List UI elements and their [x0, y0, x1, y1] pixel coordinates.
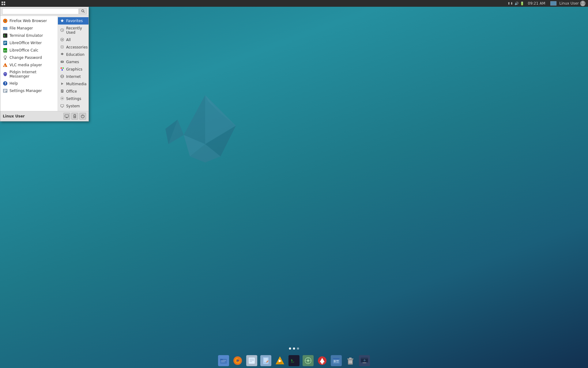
- dock-item-vlc[interactable]: [273, 354, 287, 367]
- dock-item-xed[interactable]: [259, 354, 273, 367]
- svg-point-60: [62, 69, 63, 71]
- battery-icon[interactable]: 🔋: [520, 2, 524, 6]
- svg-point-69: [62, 98, 63, 99]
- cat-all[interactable]: All: [58, 36, 89, 44]
- workspace-switcher[interactable]: [550, 1, 556, 6]
- app-item-pidgin[interactable]: Pidgin Internet Messenger: [0, 69, 58, 80]
- svg-rect-108: [321, 362, 323, 363]
- all-cat-icon: [60, 38, 65, 42]
- app-label: Change Password: [9, 56, 42, 60]
- svg-rect-114: [336, 362, 339, 362]
- cat-recently-used[interactable]: Recently Used: [58, 25, 89, 36]
- settings-cat-icon: [60, 97, 65, 101]
- dock-item-monitor[interactable]: [358, 354, 371, 367]
- vlc-dock-icon: [274, 355, 285, 366]
- user-menu[interactable]: Linux User: [560, 1, 586, 6]
- svg-point-41: [6, 73, 6, 74]
- cat-label: Education: [66, 52, 85, 57]
- volume-icon[interactable]: 🔊: [514, 2, 519, 6]
- dock-item-transmission[interactable]: [315, 354, 329, 367]
- app-item-firefox[interactable]: Firefox Web Browser: [0, 17, 58, 25]
- cat-label: Games: [66, 60, 79, 64]
- dock-item-thunar[interactable]: [217, 354, 230, 367]
- app-label: VLC media player: [9, 63, 42, 67]
- dock-item-screenshot[interactable]: [301, 354, 315, 367]
- app-item-calc[interactable]: LibreOffice Calc: [0, 47, 58, 54]
- svg-marker-48: [61, 19, 64, 22]
- cat-settings[interactable]: Settings: [58, 95, 89, 102]
- app-label: LibreOffice Writer: [9, 41, 42, 45]
- pidgin-icon: [3, 72, 8, 77]
- menu-body: Firefox Web Browser File Manager $_: [0, 16, 89, 111]
- search-button[interactable]: [79, 8, 87, 14]
- display-settings-button[interactable]: [63, 113, 70, 120]
- app-label: LibreOffice Calc: [9, 48, 38, 52]
- network-icon[interactable]: ⬆⬇: [507, 2, 513, 6]
- svg-point-15: [82, 10, 84, 12]
- cat-graphics[interactable]: Graphics: [58, 66, 89, 73]
- svg-rect-90: [263, 357, 269, 364]
- dock-item-mousepad[interactable]: [245, 354, 258, 367]
- svg-rect-12: [4, 4, 5, 5]
- firefox-icon: [3, 18, 8, 23]
- cat-education[interactable]: Education: [58, 51, 89, 58]
- cat-label: Graphics: [66, 67, 82, 71]
- search-input[interactable]: [2, 8, 79, 14]
- office-cat-icon: [60, 89, 65, 94]
- app-item-passwd[interactable]: Change Password: [0, 54, 58, 61]
- apps-list: Firefox Web Browser File Manager $_: [0, 16, 58, 111]
- calc-icon: [3, 48, 8, 53]
- svg-rect-111: [333, 358, 340, 359]
- thunar-icon: [218, 355, 229, 366]
- svg-rect-45: [4, 90, 7, 90]
- top-panel: ⬆⬇ 🔊 🔋 09:21 AM Linux User: [0, 0, 588, 7]
- menu-footer: Linux User: [0, 111, 89, 121]
- cat-label: Accessories: [66, 45, 88, 49]
- app-item-terminal[interactable]: $_ Terminal Emulator: [0, 32, 58, 39]
- app-item-vlc[interactable]: ▶ VLC media player: [0, 61, 58, 69]
- svg-text:$_: $_: [4, 34, 7, 37]
- svg-rect-112: [334, 360, 336, 362]
- cat-accessories[interactable]: Accessories: [58, 44, 89, 51]
- writer-icon: [3, 40, 8, 45]
- dot-2: [293, 347, 295, 350]
- svg-point-14: [581, 4, 585, 6]
- bottom-dock: $_: [0, 353, 588, 368]
- app-item-help[interactable]: ? Help: [0, 80, 58, 87]
- categories-list: Favorites Recently Used All Accessories: [58, 16, 89, 111]
- app-item-writer[interactable]: LibreOffice Writer: [0, 39, 58, 47]
- recently-used-cat-icon: [60, 28, 65, 33]
- multimedia-cat-icon: [60, 82, 65, 86]
- dock-item-trash[interactable]: [344, 354, 357, 367]
- system-tray: ⬆⬇ 🔊 🔋: [507, 2, 524, 6]
- app-item-settings[interactable]: Settings Manager: [0, 87, 58, 94]
- cat-system[interactable]: System: [58, 102, 89, 110]
- mousepad-icon: [246, 355, 257, 366]
- app-label: Settings Manager: [9, 89, 42, 93]
- apps-menu-button[interactable]: [0, 0, 7, 7]
- svg-rect-73: [65, 115, 69, 117]
- cat-favorites[interactable]: Favorites: [58, 17, 89, 25]
- cat-office[interactable]: Office: [58, 88, 89, 95]
- svg-rect-30: [4, 50, 5, 51]
- power-button[interactable]: [79, 113, 86, 120]
- favorites-cat-icon: [60, 19, 65, 23]
- accessories-cat-icon: [60, 45, 65, 49]
- svg-point-51: [62, 39, 63, 40]
- cat-label: Office: [66, 89, 77, 94]
- app-label: Terminal Emulator: [9, 33, 43, 38]
- footer-username: Linux User: [3, 114, 25, 118]
- cat-games[interactable]: Games: [58, 58, 89, 66]
- cat-multimedia[interactable]: Multimedia: [58, 80, 89, 88]
- app-item-filemanager[interactable]: File Manager: [0, 25, 58, 32]
- dock-item-firefox[interactable]: [231, 354, 244, 367]
- cat-label: All: [66, 38, 71, 42]
- svg-rect-117: [349, 358, 352, 359]
- svg-point-59: [62, 67, 64, 69]
- dock-item-terminal[interactable]: $_: [287, 354, 301, 367]
- lock-screen-button[interactable]: [71, 113, 78, 120]
- dock-item-files[interactable]: [330, 354, 343, 367]
- svg-text:$_: $_: [291, 359, 294, 362]
- footer-actions: [63, 113, 86, 120]
- cat-internet[interactable]: Internet: [58, 73, 89, 80]
